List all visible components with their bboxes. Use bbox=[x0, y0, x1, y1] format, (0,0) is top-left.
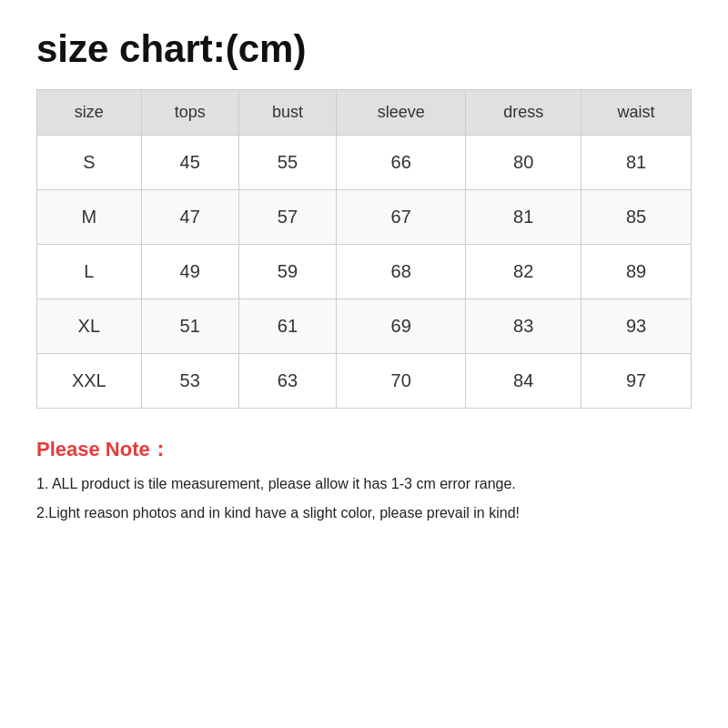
column-header-waist: waist bbox=[581, 90, 692, 136]
table-cell: 70 bbox=[337, 354, 466, 409]
table-cell: 66 bbox=[337, 136, 466, 190]
table-cell: M bbox=[37, 190, 142, 245]
table-cell: 84 bbox=[466, 354, 581, 409]
table-cell: 82 bbox=[466, 245, 581, 299]
table-row: L4959688289 bbox=[37, 245, 692, 299]
note-lines: 1. ALL product is tile measurement, plea… bbox=[36, 472, 692, 524]
column-header-dress: dress bbox=[466, 90, 581, 136]
table-cell: 45 bbox=[141, 136, 238, 190]
table-cell: 83 bbox=[466, 299, 581, 354]
size-chart-table: sizetopsbustsleevedresswaist S4555668081… bbox=[36, 89, 692, 409]
table-cell: 67 bbox=[337, 190, 466, 245]
table-header: sizetopsbustsleevedresswaist bbox=[37, 90, 692, 136]
table-cell: 53 bbox=[141, 354, 238, 409]
table-cell: 49 bbox=[141, 245, 238, 299]
table-cell: 97 bbox=[581, 354, 692, 409]
table-cell: 51 bbox=[141, 299, 238, 354]
table-row: XXL5363708497 bbox=[37, 354, 692, 409]
page-title: size chart:(cm) bbox=[36, 27, 692, 71]
column-header-sleeve: sleeve bbox=[337, 90, 466, 136]
note-section: Please Note： 1. ALL product is tile meas… bbox=[36, 436, 692, 524]
note-line: 2.Light reason photos and in kind have a… bbox=[36, 501, 692, 525]
table-cell: 59 bbox=[238, 245, 336, 299]
column-header-bust: bust bbox=[238, 90, 336, 136]
table-cell: S bbox=[37, 136, 142, 190]
table-cell: 81 bbox=[466, 190, 581, 245]
table-cell: 80 bbox=[466, 136, 581, 190]
table-cell: 81 bbox=[581, 136, 692, 190]
table-cell: 93 bbox=[581, 299, 692, 354]
table-cell: 63 bbox=[238, 354, 336, 409]
table-cell: 55 bbox=[238, 136, 336, 190]
table-row: M4757678185 bbox=[37, 190, 692, 245]
table-cell: 69 bbox=[337, 299, 466, 354]
table-cell: 68 bbox=[337, 245, 466, 299]
table-body: S4555668081M4757678185L4959688289XL51616… bbox=[37, 136, 692, 409]
column-header-size: size bbox=[37, 90, 142, 136]
table-cell: 89 bbox=[581, 245, 692, 299]
note-line: 1. ALL product is tile measurement, plea… bbox=[36, 472, 692, 496]
table-cell: L bbox=[37, 245, 142, 299]
column-header-tops: tops bbox=[141, 90, 238, 136]
table-row: XL5161698393 bbox=[37, 299, 692, 354]
note-title: Please Note： bbox=[36, 436, 692, 463]
table-cell: 61 bbox=[238, 299, 336, 354]
table-cell: 85 bbox=[581, 190, 692, 245]
table-cell: 47 bbox=[141, 190, 238, 245]
table-row: S4555668081 bbox=[37, 136, 692, 190]
table-cell: 57 bbox=[238, 190, 336, 245]
table-cell: XL bbox=[37, 299, 142, 354]
table-cell: XXL bbox=[37, 354, 142, 409]
